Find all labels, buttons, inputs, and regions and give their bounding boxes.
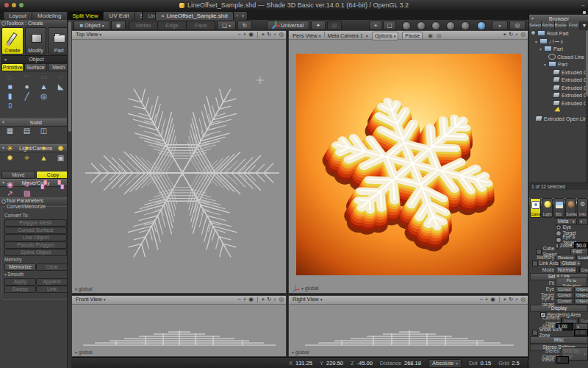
directional-light-icon[interactable]: ▲ xyxy=(35,153,52,163)
rotate-icon[interactable]: ↻ xyxy=(509,31,513,38)
copy-button[interactable]: Copy xyxy=(36,171,70,179)
orbit-mode-button[interactable]: ↻ xyxy=(237,21,252,30)
zoom-out-icon[interactable]: − xyxy=(237,31,240,38)
object-mode-dropdown[interactable]: ■ Object ▾ xyxy=(74,21,110,30)
tab-primitive[interactable]: Primitive xyxy=(1,63,24,71)
view-home-icon[interactable] xyxy=(461,21,470,30)
pers-view-menu[interactable]: Pers View xyxy=(293,32,318,39)
ambient-light-icon[interactable]: ✹ xyxy=(1,153,18,163)
fit-icon[interactable]: ◎ xyxy=(279,296,284,303)
tree-row[interactable]: ▾Part xyxy=(529,61,586,69)
line-tool-icon[interactable]: ╱ xyxy=(18,91,35,101)
fly-button[interactable]: ◎ xyxy=(327,21,342,30)
fit-icon[interactable]: ◎ xyxy=(520,296,526,303)
quality-icon[interactable]: ◎ xyxy=(437,32,442,39)
fit-icon[interactable]: ◎ xyxy=(520,31,526,38)
aggregate-tab-bg[interactable]: BG xyxy=(553,198,564,218)
aggregate-tab-surface[interactable]: Surface xyxy=(565,198,576,218)
link-axis-checkbox[interactable] xyxy=(532,261,538,266)
move-button[interactable]: Move xyxy=(1,171,35,179)
panel-menu-icon[interactable] xyxy=(583,11,586,14)
target-radio[interactable] xyxy=(556,230,562,236)
tab-overflow-icon[interactable]: ▾ xyxy=(242,13,245,19)
tree-row[interactable]: Extruded Closed xyxy=(529,69,586,77)
intersect-solid-icon[interactable]: ◫ xyxy=(35,126,52,135)
browser-tab-select[interactable]: Select xyxy=(529,21,542,30)
grid-button[interactable]: ▢ xyxy=(383,21,396,30)
apply-button[interactable]: Apply xyxy=(4,278,36,286)
clear-button[interactable]: Clear xyxy=(36,263,68,271)
universal-manipulator-button[interactable]: Universal xyxy=(267,21,309,30)
tab-uv-edit[interactable]: UV Edit xyxy=(104,12,135,20)
view-fit-icon[interactable] xyxy=(446,21,455,30)
magnify-icon[interactable]: ⌕ xyxy=(515,296,518,303)
cylinder-primitive-icon[interactable]: ▮ xyxy=(1,91,18,101)
union-solid-icon[interactable]: ▦ xyxy=(1,126,18,135)
visibility-eye-icon[interactable] xyxy=(531,30,536,35)
append-button[interactable]: Append xyxy=(36,278,68,286)
pan-icon[interactable]: ⌖ xyxy=(503,31,506,38)
convert-polygon-mesh-button[interactable]: Polygon Mesh xyxy=(4,219,67,227)
vertex-mode-button[interactable]: Vertex xyxy=(129,21,158,30)
aggregate-tab-info[interactable]: ⚙Info xyxy=(577,198,588,218)
rotate-icon[interactable]: ↻ xyxy=(267,296,271,303)
convert-line-object-button[interactable]: Line Object xyxy=(4,234,67,241)
linear-light-icon[interactable]: ✧ xyxy=(18,153,35,163)
snap-button[interactable]: ⌖ xyxy=(369,21,382,30)
focus-icon[interactable]: ◉ xyxy=(248,31,254,38)
zoom-in-icon[interactable]: + xyxy=(485,296,488,303)
modify-button[interactable]: Modify xyxy=(25,27,47,54)
rotate-icon[interactable]: ↻ xyxy=(267,31,271,38)
convert-pseudo-polygon-button[interactable]: Pseudo Polygon xyxy=(4,241,67,249)
spot-light-icon[interactable]: ✶ xyxy=(18,144,35,153)
tab-split-view[interactable]: Split View xyxy=(68,12,104,20)
marquee-select-button[interactable]: ▢ ▾ xyxy=(217,21,236,30)
front-global-label[interactable]: ▾global xyxy=(75,350,92,355)
tab-modeling[interactable]: Modeling xyxy=(32,12,67,20)
convert-spline-object-button[interactable]: Spline Object xyxy=(4,249,67,256)
filter-funnel-icon[interactable]: ▼ xyxy=(580,21,588,30)
sphere-primitive-icon[interactable]: ● xyxy=(18,82,35,91)
close-tab-icon[interactable]: × xyxy=(161,13,165,19)
link-button[interactable]: Link xyxy=(36,286,68,293)
right-viewport[interactable]: Right View▾ − + ◉ ⌖ ↻ ⌕ ◎ xyxy=(288,295,528,357)
tree-row[interactable]: ▾Part xyxy=(529,46,586,54)
pan-icon[interactable]: ⌖ xyxy=(262,296,265,303)
pers-viewport[interactable]: Pers View▾ Meta Camera 1 ▾ Options ▾ Pau… xyxy=(288,30,528,294)
tab-surface[interactable]: Surface xyxy=(24,63,46,71)
disc-primitive-icon[interactable]: ◎ xyxy=(35,91,52,101)
magnify-icon[interactable]: ⌕ xyxy=(515,31,518,38)
point-light-icon[interactable]: ☀ xyxy=(1,144,18,153)
mode-dropdown[interactable]: Normal▾ xyxy=(556,266,577,274)
eye-radio[interactable] xyxy=(556,224,562,230)
distant-checkbox[interactable] xyxy=(578,267,580,273)
face-mode-button[interactable]: Face xyxy=(186,21,215,30)
zoom-in-icon[interactable]: + xyxy=(243,31,246,38)
display-options-button[interactable]: ▾ xyxy=(492,21,508,30)
rotate-icon[interactable]: ↻ xyxy=(509,296,513,303)
magnify-icon[interactable]: ⌕ xyxy=(273,31,276,38)
safe-zone-checkbox[interactable] xyxy=(532,330,538,336)
cube-speed-checkbox[interactable] xyxy=(536,249,542,255)
focus-icon[interactable]: ◉ xyxy=(248,296,254,303)
eye-target-object-button[interactable]: Object xyxy=(574,298,588,305)
eye-target-cursor-button[interactable]: Cursor xyxy=(556,298,573,305)
pan-icon[interactable]: ⌖ xyxy=(262,31,265,38)
view-zoom-icon[interactable] xyxy=(431,21,440,30)
tree-row[interactable]: Extruded Closed xyxy=(529,85,586,93)
tree-row[interactable]: Root Part xyxy=(529,30,586,38)
tree-row[interactable]: ▾パート xyxy=(529,38,586,46)
polygon-tool-icon[interactable]: ◇ xyxy=(1,72,18,82)
coordinate-mode-dropdown[interactable]: Absolute▾ xyxy=(429,359,462,368)
front-view-menu[interactable]: Front View xyxy=(76,296,102,302)
refresh-icon[interactable]: ◉ xyxy=(428,32,433,39)
tree-row[interactable]: Extruded Closed xyxy=(529,92,586,100)
top-viewport[interactable]: Top View▾ − + ◉ ⌖ ↻ ⌕ ◎ xyxy=(71,30,287,294)
views-field[interactable]: 2 xyxy=(556,356,569,364)
tab-layout[interactable]: Layout xyxy=(4,12,32,20)
eye-target-radio[interactable] xyxy=(556,237,562,243)
distant-light-icon[interactable]: ✦ xyxy=(35,144,52,153)
fit-icon[interactable]: ◎ xyxy=(279,31,284,38)
zoom-out-icon[interactable]: − xyxy=(479,296,482,303)
convert-curved-surface-button[interactable]: Curved Surface xyxy=(4,227,67,234)
